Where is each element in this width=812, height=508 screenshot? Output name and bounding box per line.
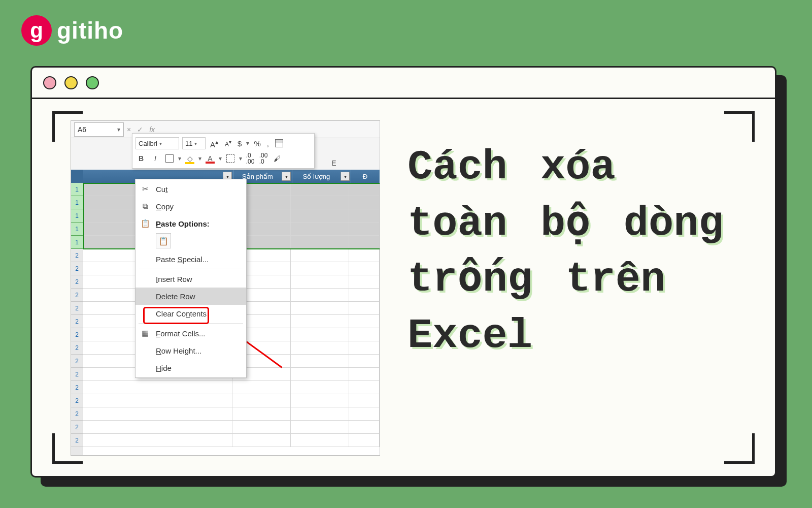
currency-icon[interactable]: $ (236, 139, 243, 148)
row-header[interactable]: 2 (71, 355, 83, 368)
row-header[interactable]: 2 (71, 381, 83, 394)
bold-icon[interactable]: B (136, 153, 147, 164)
logo-text: gitiho (57, 17, 123, 44)
row-header[interactable]: 2 (71, 407, 83, 421)
row-header[interactable]: 2 (71, 434, 83, 447)
border-style-icon[interactable] (225, 153, 236, 164)
col-header[interactable]: Đ (351, 170, 380, 183)
row-headers: 11111222222222222222 (71, 183, 83, 455)
row-header[interactable]: 2 (71, 315, 83, 328)
menu-item[interactable]: ✂Cut (136, 180, 246, 198)
font-select[interactable]: Calibri▾ (136, 137, 179, 149)
row-header[interactable]: 2 (71, 328, 83, 341)
window-min-dot[interactable] (64, 76, 78, 89)
row-header[interactable]: 1 (71, 236, 83, 249)
brand-logo: g gitiho (21, 15, 123, 46)
menu-item[interactable]: Hide (136, 359, 246, 376)
filter-icon[interactable]: ▾ (282, 172, 291, 181)
shrink-font-icon[interactable]: A▾ (223, 139, 233, 148)
menu-item[interactable]: Insert Row (136, 270, 246, 288)
name-box[interactable]: A6 ▾ (74, 122, 124, 137)
grow-font-icon[interactable]: A▴ (209, 138, 220, 149)
menu-item-label: Paste Special... (156, 255, 209, 264)
menu-item-label: Format Cells... (156, 329, 206, 338)
table-row[interactable] (83, 434, 380, 447)
cancel-icon[interactable]: × (127, 125, 131, 134)
frame-corner (724, 433, 755, 464)
titlebar (32, 68, 775, 99)
fill-color-icon[interactable]: ◇ (184, 153, 195, 164)
menu-item-label: Copy (156, 202, 174, 211)
row-header[interactable]: 1 (71, 209, 83, 223)
menu-item[interactable]: Clear Contents (136, 305, 246, 322)
filter-icon[interactable]: ▾ (341, 172, 350, 181)
menu-item-label: Clear Contents (156, 309, 207, 318)
col-header-soluong[interactable]: Số lượng▾ (292, 170, 351, 183)
table-row[interactable] (83, 381, 380, 394)
menu-item[interactable]: 📋Paste Options: (136, 215, 246, 232)
fx-controls: × ✓ fx (127, 125, 155, 134)
menu-item[interactable]: ▦Format Cells... (136, 325, 246, 342)
cut-icon: ✂ (140, 184, 151, 194)
row-header[interactable]: 2 (71, 262, 83, 275)
menu-item[interactable]: Paste Special... (136, 250, 246, 268)
menu-item-label: Hide (156, 364, 172, 372)
menu-item[interactable]: ⧉Copy (136, 198, 246, 215)
selection-border (83, 183, 84, 249)
paste-option-icon[interactable]: 📋 (156, 233, 171, 248)
row-header[interactable]: 1 (71, 183, 83, 196)
italic-icon[interactable]: I (150, 153, 161, 164)
menu-item-label: Insert Row (156, 275, 192, 283)
row-header[interactable]: 2 (71, 341, 83, 355)
chevron-down-icon[interactable]: ▾ (117, 126, 120, 133)
menu-item-label: Paste Options: (156, 219, 210, 228)
decrease-decimal-icon[interactable]: .0.00 (245, 152, 255, 165)
row-header[interactable]: 2 (71, 394, 83, 407)
row-header[interactable]: 2 (71, 275, 83, 289)
menu-item[interactable]: Row Height... (136, 342, 246, 359)
menu-item-label: Cut (156, 185, 167, 194)
row-header[interactable]: 2 (71, 421, 83, 434)
format-icon: ▦ (140, 329, 151, 338)
menu-item[interactable]: Delete Row (136, 288, 246, 305)
border-icon[interactable] (164, 153, 175, 164)
mini-toolbar: Calibri▾ 11▾ A▴ A▾ $ ▾ % , B I ▾ (132, 133, 315, 169)
table-row[interactable] (83, 394, 380, 407)
name-box-value: A6 (78, 125, 86, 134)
table-row[interactable] (83, 421, 380, 434)
font-color-icon[interactable]: A (205, 153, 216, 164)
row-header[interactable]: 1 (71, 223, 83, 236)
window-max-dot[interactable] (86, 76, 99, 89)
percent-icon[interactable]: % (252, 139, 262, 148)
frame-corner (724, 111, 755, 142)
copy-icon: ⧉ (140, 202, 151, 211)
row-header[interactable]: 2 (71, 302, 83, 315)
context-menu: ✂Cut⧉Copy📋Paste Options:📋Paste Special..… (135, 179, 247, 378)
excel-screenshot: A6 ▾ × ✓ fx Calibri▾ 11▾ A▴ (71, 120, 380, 456)
confirm-icon[interactable]: ✓ (137, 125, 143, 134)
format-painter-icon[interactable]: 🖌 (272, 153, 283, 164)
fx-icon[interactable]: fx (149, 125, 155, 134)
menu-item-label: Delete Row (156, 292, 195, 301)
table-format-icon[interactable] (274, 138, 285, 149)
window-card: Cách xóa toàn bộ dòng trống trên Excel A… (30, 66, 776, 478)
table-row[interactable] (83, 407, 380, 421)
headline: Cách xóa toàn bộ dòng trống trên Excel (408, 140, 739, 365)
menu-item-label: Row Height... (156, 346, 201, 355)
comma-icon[interactable]: , (265, 139, 270, 148)
logo-badge: g (21, 15, 52, 46)
row-header[interactable]: 2 (71, 368, 83, 381)
row-header[interactable]: 1 (71, 196, 83, 209)
row-header[interactable]: 2 (71, 289, 83, 302)
increase-decimal-icon[interactable]: .00.0 (258, 152, 268, 165)
font-size-select[interactable]: 11▾ (182, 137, 206, 149)
paste-icon: 📋 (140, 219, 151, 228)
row-header[interactable]: 2 (71, 249, 83, 262)
window-close-dot[interactable] (43, 76, 56, 89)
